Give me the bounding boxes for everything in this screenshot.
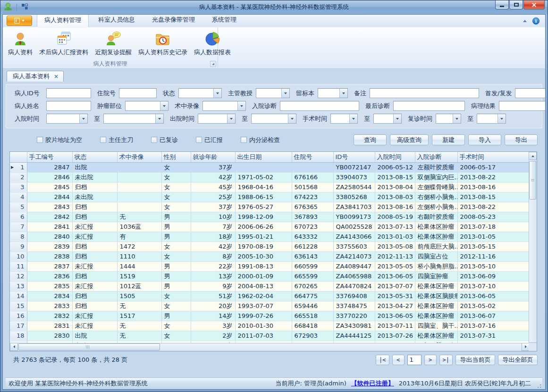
grid-cell[interactable]: 归档 [72, 182, 117, 192]
grid-cell[interactable]: 51岁 [191, 291, 235, 301]
grid-cell[interactable]: 2013-05-02 [457, 301, 530, 311]
grid-cell[interactable]: 2013-01-05 [457, 232, 530, 242]
grid-cell[interactable]: 未出院 [72, 192, 117, 202]
column-header-3[interactable]: 性别 [161, 152, 191, 162]
grid-cell[interactable]: 2013-01-03 [375, 232, 415, 242]
filter-combo[interactable] [515, 88, 546, 98]
filter-combo[interactable] [103, 114, 164, 124]
column-header-5[interactable]: 出生日期 [235, 152, 292, 162]
grid-cell[interactable]: 2837 [27, 261, 72, 271]
grid-cell[interactable]: YB0072147 [333, 162, 375, 172]
combo-dropdown-icon[interactable] [160, 101, 168, 110]
grid-cell[interactable]: 33904073 [333, 172, 375, 182]
collapse-ribbon-icon[interactable] [523, 20, 527, 22]
grid-cell[interactable]: 25岁 [191, 192, 235, 202]
grid-cell[interactable]: 归档 [72, 301, 117, 311]
grid-cell[interactable]: 3岁 [191, 321, 235, 331]
grid-cell[interactable]: 2013-06-05 [457, 291, 530, 301]
grid-cell[interactable]: 2010-01-30 [235, 321, 292, 331]
filter-combo[interactable] [318, 88, 348, 98]
grid-cell[interactable]: 2832 [27, 311, 72, 321]
grid-cell[interactable]: 1444 [117, 261, 161, 271]
grid-cell[interactable]: 2013-07-16 [457, 321, 530, 331]
table-row[interactable]: 162832未汇报1517男14岁1999-07-266655183377022… [10, 311, 530, 321]
combo-dropdown-icon[interactable] [393, 114, 401, 123]
grid-cell[interactable]: 18岁 [191, 232, 235, 242]
vertical-scrollbar[interactable] [529, 152, 537, 350]
combo-dropdown-icon[interactable] [453, 114, 461, 123]
grid-cell[interactable]: 女 [161, 251, 191, 261]
grid-cell[interactable]: 女 [161, 301, 191, 311]
grid-cell[interactable]: 2013-08-15 [375, 172, 415, 182]
grid-cell[interactable]: 1110 [117, 251, 161, 261]
table-row[interactable]: 92839归档1472女42岁1970-08-19661228337556032… [10, 242, 530, 251]
grid-cell[interactable]: 男 [161, 232, 191, 242]
grid-cell[interactable]: 未汇报 [72, 321, 117, 331]
grid-cell[interactable]: 无 [117, 301, 161, 311]
combo-dropdown-icon[interactable] [227, 114, 235, 123]
combo-dropdown-icon[interactable] [497, 114, 506, 123]
grid-cell[interactable]: 女 [161, 182, 191, 192]
grid-cell[interactable]: 左额叶胶质瘤 [415, 162, 457, 172]
grid-cell[interactable]: ZA4089447 [333, 261, 375, 271]
grid-cell[interactable]: 1968-04-16 [235, 182, 292, 192]
grid-cell[interactable]: 2838 [27, 251, 72, 261]
table-row[interactable]: 42844未出院女25岁1988-06-15674223338052682013… [10, 192, 530, 202]
table-row[interactable]: 62842归档无男10岁1998-12-09367893YB0099173200… [10, 212, 530, 222]
grid-cell[interactable]: 1012蓝 [117, 281, 161, 291]
grid-cell[interactable]: 42岁 [191, 172, 235, 182]
filter-combo[interactable] [330, 114, 358, 124]
grid-cell[interactable]: 2835 [27, 281, 72, 291]
grid-cell[interactable]: 665518 [292, 311, 333, 321]
grid-cell[interactable]: 2013-07-13 [375, 222, 415, 232]
grid-cell[interactable]: 661228 [292, 242, 333, 251]
combo-dropdown-icon[interactable] [349, 114, 357, 123]
grid-cell[interactable]: 男 [161, 281, 191, 291]
filter-combo[interactable] [477, 114, 506, 124]
column-header-0[interactable]: 手工编号 [27, 152, 72, 162]
grid-cell[interactable]: 归档 [72, 212, 117, 222]
grid-cell[interactable]: 松果体区肿瘤 [415, 311, 457, 321]
registered-link[interactable]: 【软件已注册】 [351, 379, 394, 388]
grid-cell[interactable]: 2845 [27, 182, 72, 192]
grid-cell[interactable]: 10岁 [191, 212, 235, 222]
ribbon-tab-staff-info[interactable]: 科室人员信息 [91, 14, 143, 27]
table-row[interactable]: 72841未汇报1036蓝男7岁2006-06-26670723QA002552… [10, 222, 530, 232]
grid-cell[interactable]: 有 [117, 232, 161, 242]
page-number-input[interactable] [407, 355, 422, 365]
grid-cell[interactable]: 676166 [292, 172, 333, 182]
filter-combo[interactable] [178, 88, 222, 98]
maximize-button[interactable] [509, 0, 523, 9]
grid-cell[interactable]: 13岁 [191, 271, 235, 281]
grid-cell[interactable]: ZA3430981 [333, 321, 375, 331]
grid-cell[interactable]: 2013-08-16 [375, 202, 415, 212]
grid-cell[interactable]: 1976-05-27 [235, 202, 292, 212]
dialog-launcher-icon[interactable] [210, 61, 216, 67]
grid-cell[interactable]: 未汇报 [72, 232, 117, 242]
table-row[interactable]: 52843归档女37岁1976-05-27676365ZA38417032013… [10, 202, 530, 212]
grid-cell[interactable]: 2842 [27, 212, 72, 222]
grid-cell[interactable]: 367893 [292, 212, 333, 222]
column-header-4[interactable]: 就诊年龄 [191, 152, 235, 162]
checkbox[interactable] [241, 137, 247, 143]
grid-cell[interactable]: 9岁 [191, 281, 235, 291]
grid-cell[interactable]: 2846 [27, 172, 72, 182]
column-header-8[interactable]: 入院时间 [375, 152, 415, 162]
grid-cell[interactable]: 37岁 [191, 162, 235, 172]
table-row[interactable]: 82840未汇报有男18岁1995-01-21643332ZA414306620… [10, 232, 530, 242]
grid-cell[interactable]: 2841 [27, 222, 72, 232]
grid-cell[interactable]: 2013-07-11 [375, 321, 415, 331]
combo-dropdown-icon[interactable] [288, 114, 296, 123]
filter-input[interactable] [393, 101, 465, 111]
column-header-1[interactable]: 状态 [72, 152, 117, 162]
grid-cell[interactable]: 未汇报 [72, 281, 117, 291]
grid-cell[interactable]: 1971-05-02 [235, 172, 292, 182]
grid-cell[interactable]: 2013-08-22 [457, 202, 530, 212]
filter-input[interactable] [499, 101, 546, 111]
table-row[interactable]: 132835未汇报1012蓝男9岁2004-08-13670265ZA44708… [10, 281, 530, 291]
grid-cell[interactable]: 双侧脑室内巨... [415, 172, 457, 182]
grid-cell[interactable]: 归档 [72, 271, 117, 281]
grid-cell[interactable]: 归档 [72, 242, 117, 251]
grid-cell[interactable]: 1472 [117, 242, 161, 251]
grid-cell[interactable]: 2830 [27, 331, 72, 341]
